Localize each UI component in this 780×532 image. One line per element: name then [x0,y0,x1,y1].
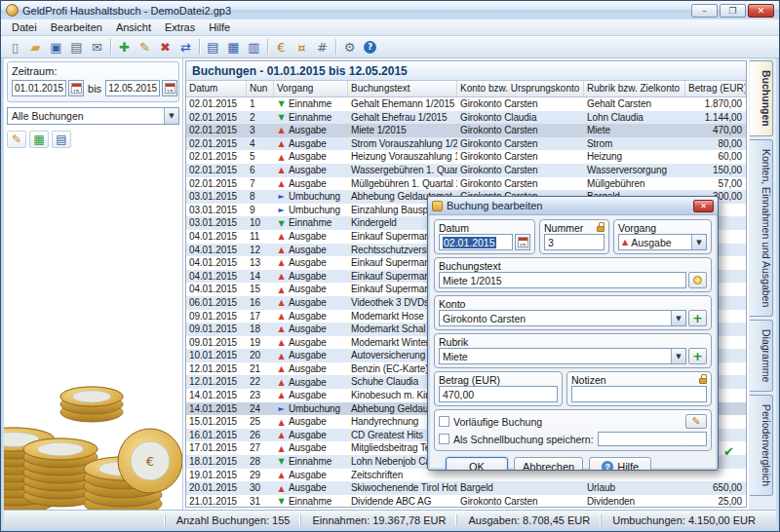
tab-konten-einnahmen-und-ausgaben[interactable]: Konten, Einnahmen und Ausgaben [750,139,773,317]
tab-buchungen[interactable]: Buchungen [750,60,773,136]
status-umbuchungen: Umbuchungen: 4.150,00 EUR [601,514,766,526]
vorgang-select[interactable]: ▲ Ausgabe ▼ [618,234,707,250]
settings-button[interactable]: ⚙ [339,37,360,57]
send-mail-button[interactable]: ✉ [87,37,107,57]
calculator-button[interactable]: # [312,37,332,57]
column-header-1[interactable]: Nun [247,81,274,96]
datum-picker-button[interactable]: 15 [515,234,530,250]
budget-button[interactable]: ¤ [292,37,312,57]
calculator-icon: # [317,41,328,54]
vorgang-label: Ausgabe [289,389,327,402]
rubrik-select[interactable]: Miete ▼ [439,348,686,364]
tab-periodenvergleich[interactable]: Periodenvergleich [750,395,773,496]
calendar-view-button[interactable]: ▦ [223,37,244,57]
cell-nummer: 23 [247,389,274,402]
date-to-input[interactable]: 12.05.2015 [105,80,160,96]
maximize-button[interactable]: ❐ [720,4,746,18]
gear-icon: ⚙ [344,41,356,54]
konto-select[interactable]: Girokonto Carsten ▼ [439,310,686,326]
ausgabe-arrow-icon: ▲ [277,139,286,148]
cell-vorgang: ▼Einnahme [274,97,348,111]
date-from-picker-button[interactable]: 15 [68,80,84,96]
column-header-3[interactable]: Buchungstext [348,81,457,96]
column-header-0[interactable]: Datum [186,81,247,96]
column-header-5[interactable]: Rubrik bzw. Zielkonto [584,81,685,96]
suggestion-button[interactable] [688,272,707,288]
betrag-input[interactable]: 470,00 [439,386,558,402]
new-file-button[interactable]: ▯ [5,37,25,57]
add-rubrik-button[interactable]: + [688,348,707,364]
ausgabe-arrow-icon: ▲ [277,484,286,493]
edit-booking-button[interactable]: ✎ [135,37,155,57]
help-label: Hilfe [617,461,639,471]
cell-rubrik: Lohn Claudia [584,111,685,125]
buchungstext-input[interactable]: Miete 1/2015 [439,272,686,288]
cell-vorgang: ▲Ausgabe [274,429,348,442]
transfer-booking-button[interactable]: ⇄ [176,37,196,57]
table-row[interactable]: 02.01.20157▲AusgabeMüllgebühren 1. Quart… [186,177,746,191]
table-row[interactable]: 02.01.20156▲AusgabeWassergebühren 1. Qua… [186,164,746,177]
statusbar: Anzahl Buchungen: 155 Einnahmen: 19.367,… [4,510,776,529]
column-header-7[interactable]: V [746,81,747,96]
options-group: Vorläufige Buchung ✎ Als Schnellbuchung … [434,409,712,451]
coins-button[interactable]: € [271,37,292,57]
menu-ansicht[interactable]: Ansicht [109,20,158,34]
table-row[interactable]: 20.01.201530▲AusgabeSkiwochenende Tirol … [186,481,746,495]
print-button[interactable]: ▤ [66,37,87,57]
export-table-button[interactable]: ▦ [29,131,49,148]
datum-input[interactable]: 02.01.2015 [439,234,513,250]
menu-datei[interactable]: Datei [5,20,44,34]
cancel-button[interactable]: Abbrechen [514,457,583,471]
column-header-2[interactable]: Vorgang [274,81,348,96]
table-row[interactable]: 02.01.20153▲AusgabeMiete 1/2015Girokonto… [186,124,746,137]
schnellbuchung-name-input[interactable] [598,432,707,446]
menu-extras[interactable]: Extras [158,20,202,34]
bookings-list-button[interactable]: ▤ [203,37,223,57]
date-from-input[interactable]: 01.01.2015 [12,80,66,96]
cell-rubrik: Dividenden [584,495,685,507]
menu-bearbeiten[interactable]: Bearbeiten [44,20,109,34]
cell-buchungstext: Gehalt Ehefrau 1/2015 [348,111,457,125]
zeitraum-panel: Zeitraum: 01.01.2015 15 bis 12.05.2015 1… [7,61,179,102]
table-row[interactable]: 02.01.20152▼EinnahmeGehalt Ehefrau 1/201… [186,111,746,125]
notizen-group: Notizen [566,371,712,406]
table-row[interactable]: 02.01.20155▲AusgabeHeizung Vorauszahlung… [186,150,746,164]
table-row[interactable]: 02.01.20151▼EinnahmeGehalt Ehemann 1/201… [186,97,746,111]
ok-button[interactable]: OK [446,457,508,471]
edit-filter-button[interactable]: ✎ [7,131,26,148]
menu-hilfe[interactable]: Hilfe [202,20,237,34]
date-to-picker-button[interactable]: 15 [162,80,177,96]
save-button[interactable]: ▣ [46,37,66,57]
notizen-input[interactable] [571,386,707,402]
calendar-icon: 15 [71,83,82,94]
betrag-group: Betrag (EUR) 470,00 [434,371,563,406]
dialog-close-button[interactable]: ✕ [693,200,714,212]
nummer-input[interactable]: 3 [544,234,604,250]
print-table-button[interactable]: ▤ [52,131,71,148]
cell-vorgang: ▲Ausgabe [274,415,348,429]
table-row[interactable]: 21.01.201531▼EinnahmeDividende ABC AGGir… [186,495,746,507]
minimize-button[interactable]: – [691,4,718,18]
cell-nummer: 25 [247,415,274,429]
cell-buchungstext: Heizung Vorauszahlung 1/2015 [348,150,457,164]
new-booking-button[interactable]: ✚ [114,37,135,57]
close-button[interactable]: ✕ [748,4,774,18]
edit-schnellbuchung-button[interactable]: ✎ [685,414,707,429]
vorlaeufig-checkbox[interactable] [439,416,449,427]
notizen-label: Notizen [571,374,606,386]
schnellbuchung-checkbox[interactable] [439,434,449,444]
table-row[interactable]: 02.01.20154▲AusgabeStrom Vorauszahlung 1… [186,137,746,151]
help-button[interactable]: ? Hilfe [589,457,651,471]
add-konto-button[interactable]: + [688,310,707,326]
booking-filter-select[interactable]: Alle Buchungen ▼ [7,107,179,125]
tab-diagramme[interactable]: Diagramme [750,320,773,392]
cell-vorgang: ▲Ausgabe [274,270,348,284]
chart-view-button[interactable]: ▥ [244,37,264,57]
open-file-button[interactable]: ▰ [25,37,46,57]
edit-booking-icon: ✎ [139,41,150,54]
help-button[interactable]: ? [360,37,380,57]
column-header-6[interactable]: Betrag (EUR) [685,81,746,96]
column-header-4[interactable]: Konto bzw. Ursprungskonto [457,81,584,96]
edit-booking-dialog: Buchung bearbeiten ✕ Datum 02.01.2015 15… [427,196,719,471]
delete-booking-button[interactable]: ✖ [155,37,176,57]
